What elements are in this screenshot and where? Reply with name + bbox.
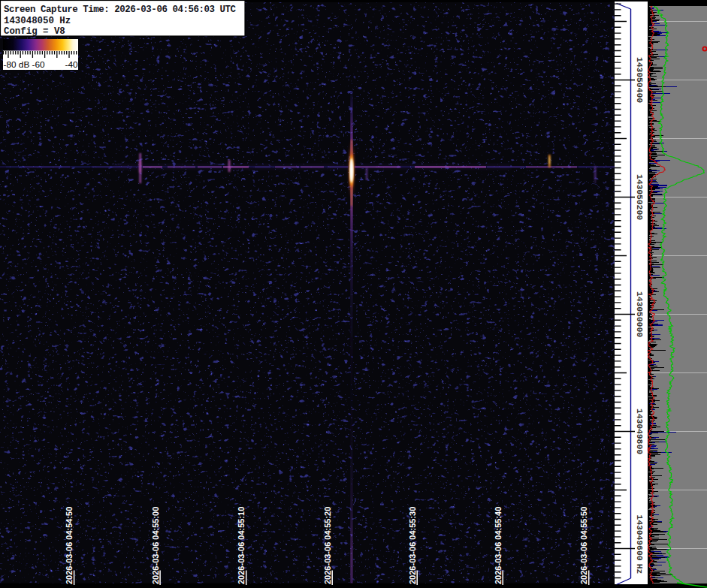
- svg-text:2026-03-06 04:55:30: 2026-03-06 04:55:30: [408, 507, 417, 584]
- svg-text:2026-03-06 04:55:10: 2026-03-06 04:55:10: [237, 507, 246, 584]
- svg-text:Hz: Hz: [635, 564, 644, 574]
- svg-text:143049600: 143049600: [635, 515, 644, 561]
- svg-text:143048050 Hz: 143048050 Hz: [4, 16, 71, 26]
- svg-text:143050200: 143050200: [635, 174, 644, 220]
- svg-text:143049800: 143049800: [635, 409, 644, 454]
- svg-text:2026-03-06 04:55:50: 2026-03-06 04:55:50: [579, 507, 588, 584]
- svg-text:Screen Capture Time: 2026-03-0: Screen Capture Time: 2026-03-06 04:56:03…: [4, 5, 237, 15]
- svg-text:-80 dB -60: -80 dB -60: [4, 59, 46, 70]
- svg-text:2026-03-06 04:55:40: 2026-03-06 04:55:40: [494, 507, 503, 584]
- svg-text:2026-03-06 04:55:20: 2026-03-06 04:55:20: [323, 507, 332, 584]
- svg-text:2026-03-06 04:54:50: 2026-03-06 04:54:50: [65, 507, 74, 584]
- svg-text:143050000: 143050000: [635, 291, 644, 337]
- svg-text:Config = V8: Config = V8: [4, 26, 65, 37]
- svg-text:2026-03-06 04:55:00: 2026-03-06 04:55:00: [151, 507, 160, 584]
- svg-text:143050400: 143050400: [635, 57, 644, 103]
- svg-text:-40: -40: [65, 59, 78, 70]
